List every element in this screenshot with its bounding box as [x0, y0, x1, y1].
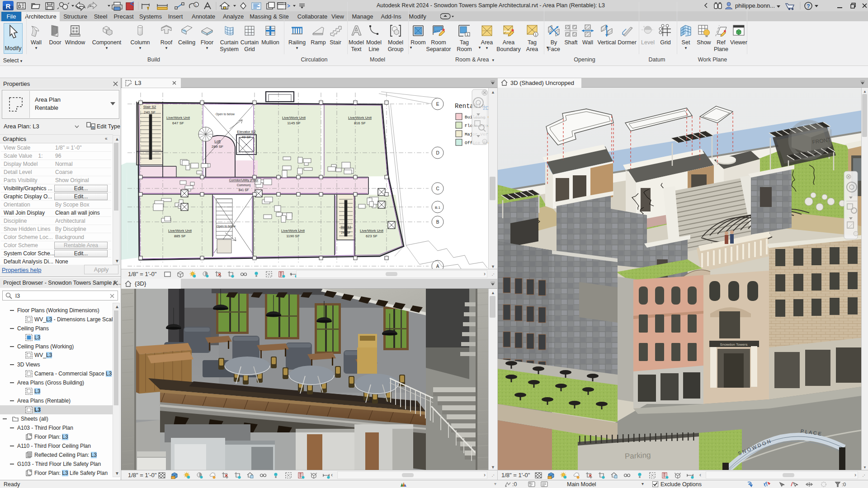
- svg-text:Stair S2: Stair S2: [143, 105, 156, 109]
- svg-text:1: 1: [195, 3, 197, 7]
- svg-text:1190 SF: 1190 SF: [286, 234, 300, 238]
- svg-text:Loft: Loft: [214, 139, 221, 143]
- svg-text:Live/Work Unit: Live/Work Unit: [282, 116, 306, 120]
- svg-text:289 SF: 289 SF: [212, 145, 223, 149]
- svg-text:49 SF: 49 SF: [241, 135, 251, 139]
- svg-text:Snowdon Towers: Snowdon Towers: [720, 343, 748, 347]
- svg-text:▲: ▲: [491, 90, 495, 94]
- svg-text:Live/Work Unit: Live/Work Unit: [360, 229, 384, 233]
- svg-text:885 SF: 885 SF: [174, 234, 186, 238]
- svg-text:▼: ▼: [491, 264, 495, 269]
- svg-text:▲: ▲: [863, 89, 867, 94]
- svg-text:240 SF: 240 SF: [144, 110, 156, 114]
- svg-text:Elevator E2: Elevator E2: [237, 130, 256, 134]
- svg-text:Common): Common): [237, 183, 251, 187]
- svg-text:B: B: [436, 220, 439, 225]
- svg-text:B.1: B.1: [435, 206, 441, 210]
- svg-text:Live/Work Unit: Live/Work Unit: [348, 116, 372, 120]
- svg-text:623 SF: 623 SF: [366, 234, 377, 238]
- svg-text:Live/Work Unit: Live/Work Unit: [166, 116, 190, 120]
- svg-text:647 SF: 647 SF: [172, 121, 184, 125]
- svg-text:244 SF: 244 SF: [341, 231, 351, 234]
- svg-text:▲: ▲: [491, 291, 495, 295]
- svg-text:Open to below: Open to below: [216, 113, 235, 116]
- svg-text::0: :0: [842, 482, 846, 487]
- svg-text:Live/Work Unit: Live/Work Unit: [281, 229, 305, 233]
- svg-text:Live/Work Unit: Live/Work Unit: [168, 229, 192, 233]
- svg-text:Corridor/Utility (Floor: Corridor/Utility (Floor: [229, 178, 259, 182]
- svg-text:Open to below: Open to below: [217, 225, 236, 228]
- svg-text:D: D: [436, 150, 439, 155]
- svg-text:▼: ▼: [491, 465, 495, 469]
- svg-text:?: ?: [807, 3, 810, 9]
- svg-text:A: A: [436, 264, 439, 269]
- svg-text:1145 SF: 1145 SF: [287, 121, 301, 125]
- svg-text:▼: ▼: [863, 465, 867, 469]
- svg-text:E: E: [436, 102, 439, 107]
- svg-text:C: C: [436, 186, 439, 191]
- svg-text:841 SF: 841 SF: [239, 188, 249, 192]
- svg-text:R: R: [6, 2, 11, 10]
- svg-text:philippe.bonn...: philippe.bonn...: [735, 2, 775, 9]
- svg-text:Stair S3: Stair S3: [340, 225, 351, 229]
- svg-text:Parking: Parking: [624, 451, 651, 461]
- svg-text:816 SF: 816 SF: [354, 121, 366, 125]
